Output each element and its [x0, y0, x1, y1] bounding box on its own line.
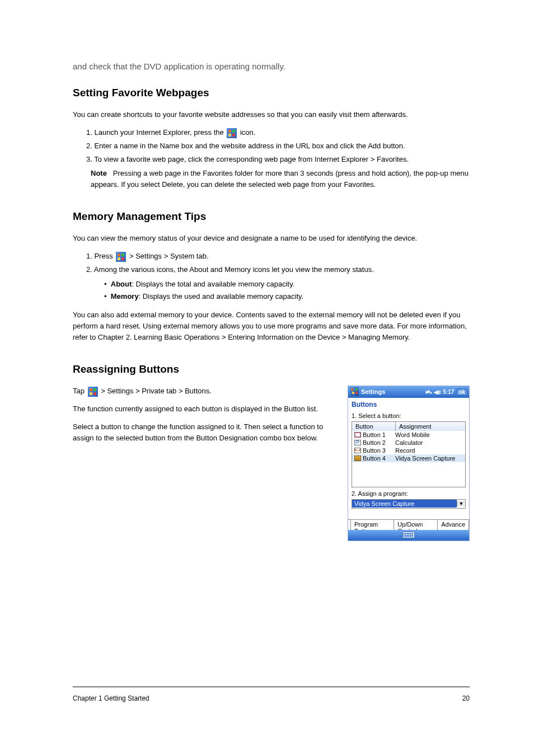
heading-memory-tips: Memory Management Tips [73, 210, 470, 223]
step-1-post: icon. [240, 128, 255, 137]
note-text: Pressing a web page in the Favorites fol… [91, 169, 469, 189]
webpages-step-3: 3. To view a favorite web page, click th… [86, 154, 470, 165]
page-footer: Chapter 1 Getting Started 20 [73, 687, 470, 703]
memory-description: You can view the memory status of your d… [73, 233, 470, 244]
memory-step-1-pre: 1. Press [86, 252, 115, 260]
start-flag-icon [227, 128, 237, 138]
buttons-step-tap: Tap > Settings > Private tab > Buttons. [73, 386, 334, 397]
clock-time: 5:17 [443, 389, 454, 395]
memory-extra: You can also add external memory to your… [73, 309, 470, 343]
webpages-step-2: 2. Enter a name in the Name box and the … [86, 140, 470, 152]
memory-step-1-post: > Settings > System tab. [129, 252, 209, 260]
start-flag-icon [116, 252, 126, 262]
start-flag-icon [88, 387, 98, 397]
button-table: Button Assignment Button 1 Word Mobile B… [352, 421, 466, 487]
col-header-button: Button [352, 422, 396, 431]
webpages-note: Note Pressing a web page in the Favorite… [91, 168, 470, 190]
chevron-down-icon[interactable]: ▼ [457, 501, 465, 506]
settings-screenshot: Settings ⇄ₓ ◀ᴇ 5:17 ok Buttons 1. Select… [348, 386, 470, 541]
row-button-label: Button 4 [363, 455, 395, 462]
start-flag-icon[interactable] [350, 387, 359, 396]
status-area: ⇄ₓ ◀ᴇ 5:17 [425, 389, 454, 395]
note-body [109, 169, 111, 177]
buttons-tap-post: > Settings > Private tab > Buttons. [101, 387, 212, 395]
connectivity-icon[interactable]: ⇄ₓ [425, 389, 432, 395]
row-assignment: Record [395, 447, 463, 454]
document-page: and check that the DVD application is op… [0, 0, 534, 756]
table-row[interactable]: Button 1 Word Mobile [352, 431, 465, 439]
select-button-label: 1. Select a button: [348, 411, 469, 420]
volume-icon[interactable]: ◀ᴇ [434, 389, 441, 395]
screenshot-titlebar: Settings ⇄ₓ ◀ᴇ 5:17 ok [348, 386, 469, 398]
tab-program-buttons[interactable]: Program Buttons [350, 520, 394, 530]
footer-separator [73, 687, 470, 687]
webpages-step-1: 1. Launch your Internet Explorer, press … [86, 127, 470, 138]
assign-program-select[interactable]: Vidya Screen Capture ▼ [352, 499, 466, 509]
heading-favorite-webpages: Setting Favorite Webpages [73, 87, 470, 99]
envelope-icon [354, 448, 361, 453]
row-button-label: Button 2 [363, 439, 395, 446]
buttons-p3: Select a button to change the function a… [73, 421, 334, 444]
screenshot-tabs: Program Buttons Up/Down Control Advance [348, 519, 469, 530]
screenshot-title: Settings [361, 388, 423, 395]
row-button-label: Button 3 [363, 447, 395, 454]
bullet-about: • AboutAbout: Displays the total and ava… [104, 279, 470, 290]
col-header-assignment: Assignment [396, 422, 465, 431]
calendar-icon [354, 432, 361, 438]
row-assignment: Word Mobile [395, 431, 463, 438]
screenshot-section-heading: Buttons [348, 398, 469, 411]
webpages-steps: 1. Launch your Internet Explorer, press … [86, 127, 470, 165]
table-header-row: Button Assignment [352, 422, 465, 431]
memory-step-2: 2. Among the various icons, the About an… [86, 264, 470, 275]
heading-reassign-buttons: Reassigning Buttons [73, 363, 470, 375]
webpages-description: You can create shortcuts to your favorit… [73, 109, 470, 120]
row-assignment: Vidya Screen Capture [395, 455, 463, 462]
buttons-p2: The function currently assigned to each … [73, 403, 334, 415]
tab-updown-control[interactable]: Up/Down Control [394, 520, 438, 530]
table-row[interactable]: Button 4 Vidya Screen Capture [352, 454, 465, 462]
note-label: Note [91, 169, 107, 177]
footer-chapter: Chapter 1 Getting Started [73, 694, 149, 702]
memory-steps: 1. Press > Settings > System tab. 2. Amo… [86, 251, 470, 275]
step-1-pre: 1. Launch your Internet Explorer, press … [86, 128, 226, 137]
table-row[interactable]: Button 2 Calculator [352, 439, 465, 447]
footer-page-number: 20 [462, 694, 470, 702]
select-value: Vidya Screen Capture [352, 500, 457, 508]
row-button-label: Button 1 [363, 431, 395, 438]
intro-text: and check that the DVD application is op… [73, 62, 470, 71]
buttons-two-column: Tap > Settings > Private tab > Buttons. … [73, 386, 470, 541]
sync-icon [354, 440, 361, 445]
table-row[interactable]: Button 3 Record [352, 447, 465, 454]
row-assignment: Calculator [395, 439, 463, 446]
buttons-tap-pre: Tap [73, 387, 87, 395]
assign-program-label: 2. Assign a program: [348, 489, 469, 498]
keyboard-icon[interactable] [402, 532, 415, 538]
tile-icon [354, 456, 361, 461]
bullet-memory: • MemoryMemory: Displays the used and av… [104, 291, 470, 302]
screenshot-bottombar [348, 530, 469, 541]
ok-button[interactable]: ok [456, 388, 467, 396]
memory-step-1: 1. Press > Settings > System tab. [86, 251, 470, 262]
tab-advance[interactable]: Advance [437, 520, 469, 530]
